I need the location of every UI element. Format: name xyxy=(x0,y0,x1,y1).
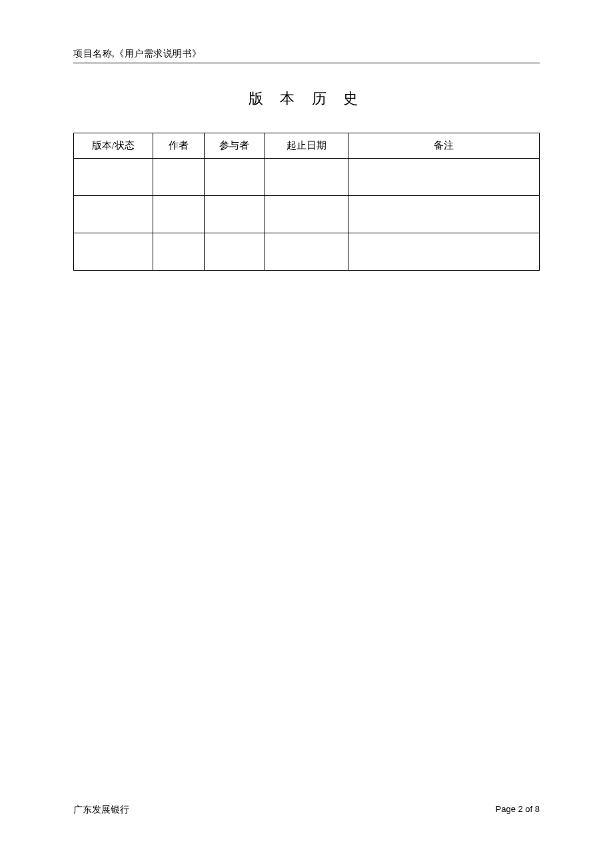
table-header-row: 版本/状态 作者 参与者 起止日期 备注 xyxy=(74,133,540,159)
cell-remark xyxy=(348,159,540,196)
col-header-version: 版本/状态 xyxy=(74,133,153,159)
col-header-date: 起止日期 xyxy=(265,133,348,159)
col-header-participant: 参与者 xyxy=(204,133,265,159)
cell-remark xyxy=(348,233,540,271)
cell-participant xyxy=(204,159,265,196)
cell-version xyxy=(74,196,153,233)
page-header: 项目名称,《用户需求说明书》 xyxy=(73,48,540,63)
cell-date xyxy=(265,233,348,271)
col-header-remark: 备注 xyxy=(348,133,540,159)
cell-author xyxy=(153,159,204,196)
cell-participant xyxy=(204,196,265,233)
version-history-table: 版本/状态 作者 参与者 起止日期 备注 xyxy=(73,133,540,271)
section-title: 版 本 历 史 xyxy=(73,89,540,109)
col-header-author: 作者 xyxy=(153,133,204,159)
cell-date xyxy=(265,196,348,233)
table-row xyxy=(74,159,540,196)
cell-participant xyxy=(204,233,265,271)
footer-page-number: Page 2 of 8 xyxy=(496,804,540,816)
header-text: 项目名称,《用户需求说明书》 xyxy=(73,49,202,59)
cell-author xyxy=(153,196,204,233)
table-row xyxy=(74,233,540,271)
table-row xyxy=(74,196,540,233)
cell-author xyxy=(153,233,204,271)
footer-organization: 广东发展银行 xyxy=(73,804,129,816)
document-page: 项目名称,《用户需求说明书》 版 本 历 史 版本/状态 作者 参与者 起止日期… xyxy=(0,0,613,868)
cell-version xyxy=(74,159,153,196)
page-footer: 广东发展银行 Page 2 of 8 xyxy=(73,804,540,816)
cell-remark xyxy=(348,196,540,233)
cell-version xyxy=(74,233,153,271)
cell-date xyxy=(265,159,348,196)
